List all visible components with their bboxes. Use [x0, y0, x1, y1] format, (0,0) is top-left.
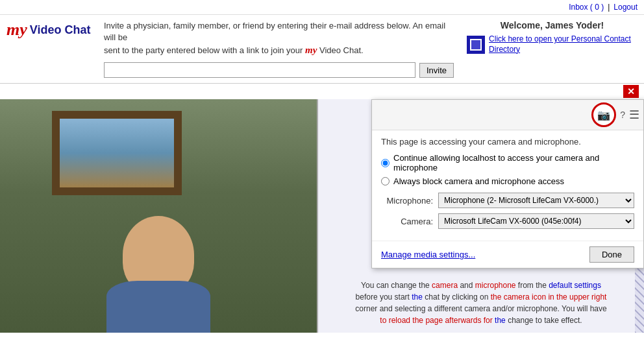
microphone-select[interactable]: Microphone (2- Microsoft LifeCam VX-6000… [438, 193, 634, 208]
right-panel: 📷 ? ☰ This page is accessing your camera… [317, 99, 644, 333]
close-bar: ✕ [0, 84, 644, 99]
permissions-popup: 📷 ? ☰ This page is accessing your camera… [371, 99, 644, 268]
invite-section: Invite a physician, family member, or fr… [104, 20, 454, 78]
invite-logo-text: Video Chat. [319, 45, 364, 55]
invite-desc-line1: Invite a physician, family member, or fr… [104, 21, 445, 42]
camera-icon-circle[interactable]: 📷 [591, 102, 616, 127]
info-text: You can change the camera and microphone… [325, 280, 638, 326]
popup-menu-icon[interactable]: ☰ [629, 108, 639, 122]
email-input[interactable] [104, 62, 415, 78]
invite-description: Invite a physician, family member, or fr… [104, 20, 454, 57]
inbox-link[interactable]: Inbox ( 0 ) [569, 3, 604, 12]
camera-row: Camera: Microsoft LifeCam VX-6000 (045e:… [381, 213, 634, 229]
contact-directory-button[interactable]: Click here to open your Personal Contact… [467, 34, 638, 54]
contact-dir-icon-inner [470, 39, 482, 51]
camera-icon: 📷 [597, 109, 610, 121]
popup-footer: Manage media settings... Done [372, 241, 643, 268]
person-body [106, 281, 210, 333]
video-person [0, 99, 317, 333]
device-rows: Microphone: Microphone (2- Microsoft Lif… [381, 193, 634, 229]
logo-my: my [6, 20, 27, 40]
header: my Video Chat Invite a physician, family… [0, 15, 644, 84]
right-header: Welcome, James Yoder! Click here to open… [467, 20, 638, 54]
radio-allow[interactable] [381, 159, 390, 167]
logout-link[interactable]: Logout [613, 3, 638, 12]
invite-desc-line2: sent to the party entered below with a l… [104, 45, 303, 55]
invite-logo-my: my [305, 45, 317, 55]
manage-media-link[interactable]: Manage media settings... [381, 250, 475, 259]
popup-question-icon[interactable]: ? [620, 110, 625, 120]
painting-frame [52, 111, 182, 195]
popup-top-bar: 📷 ? ☰ [372, 100, 643, 130]
contact-dir-icon [467, 36, 485, 54]
contact-directory-text: Click here to open your Personal Contact… [489, 34, 638, 54]
camera-label: Camera: [381, 217, 433, 226]
welcome-text: Welcome, James Yoder! [501, 20, 604, 30]
microphone-row: Microphone: Microphone (2- Microsoft Lif… [381, 193, 634, 208]
popup-title: This page is accessing your camera and m… [381, 137, 634, 147]
invite-row: Invite [104, 62, 454, 78]
main-area: 📷 ? ☰ This page is accessing your camera… [0, 99, 644, 333]
radio-allow-row: Continue allowing localhost to access yo… [381, 153, 634, 172]
logo-area: my Video Chat [6, 20, 91, 40]
video-area [0, 99, 317, 333]
done-button[interactable]: Done [589, 246, 634, 263]
nav-separator: | [608, 3, 610, 12]
radio-block-label: Always block camera and microphone acces… [393, 176, 564, 186]
microphone-label: Microphone: [381, 196, 433, 206]
radio-allow-label: Continue allowing localhost to access yo… [393, 153, 634, 172]
invite-button[interactable]: Invite [419, 63, 454, 78]
top-nav: Inbox ( 0 ) | Logout [0, 0, 644, 15]
radio-block[interactable] [381, 177, 390, 185]
info-text-content: You can change the camera and microphone… [355, 281, 606, 325]
close-button[interactable]: ✕ [623, 85, 639, 98]
camera-select[interactable]: Microsoft LifeCam VX-6000 (045e:00f4) [438, 213, 634, 229]
popup-content: This page is accessing your camera and m… [372, 130, 643, 241]
logo-text: Video Chat [30, 23, 91, 37]
radio-block-row: Always block camera and microphone acces… [381, 176, 634, 186]
